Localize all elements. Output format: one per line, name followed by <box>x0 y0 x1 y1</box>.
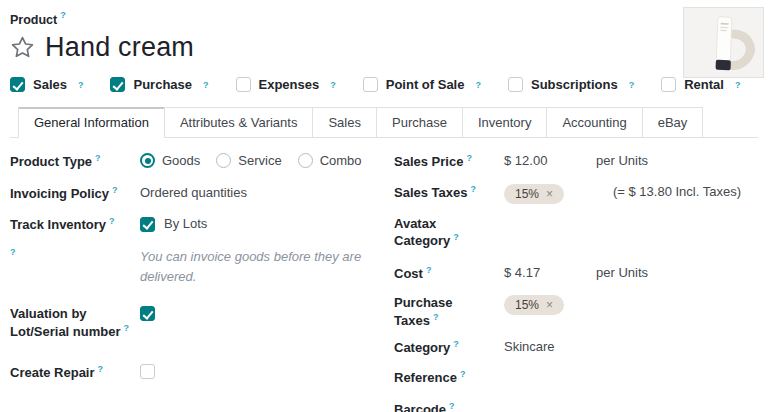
purchase-taxes-tags: 15% × <box>504 295 596 315</box>
category-input[interactable]: Skincare <box>504 339 596 356</box>
field-label: Sales Price? <box>394 153 504 171</box>
radio-service-label: Service <box>238 153 281 168</box>
help-icon: ? <box>109 216 115 226</box>
tab-inventory[interactable]: Inventory <box>462 107 547 138</box>
sales-tax-tag[interactable]: 15% × <box>504 184 564 204</box>
sales-taxes-tags: 15% × <box>504 184 596 204</box>
tab-purchase[interactable]: Purchase <box>376 107 463 138</box>
radio-service-circle[interactable] <box>216 153 231 168</box>
invoicing-hint-text: You can invoice goods before they are de… <box>140 247 372 287</box>
help-icon: ? <box>466 153 472 163</box>
help-icon: ? <box>449 401 455 411</box>
help-icon: ? <box>10 247 16 257</box>
field-label: Category? <box>394 339 504 357</box>
field-label: Valuation by Lot/Serial number? <box>10 306 140 341</box>
product-name-field[interactable]: Hand cream <box>45 32 194 63</box>
checkbox-create-repair[interactable] <box>140 364 155 379</box>
toggle-sales[interactable]: Sales? <box>10 77 83 92</box>
checkbox-valuation[interactable] <box>140 306 155 321</box>
remove-tax-icon[interactable]: × <box>546 187 553 201</box>
tab-ebay[interactable]: eBay <box>642 107 704 138</box>
field-cost: Cost? $ 4.17 per Units <box>394 265 758 283</box>
record-type-label: Product? <box>10 10 758 28</box>
toggle-point-of-sale-label: Point of Sale <box>386 77 465 92</box>
help-icon: ? <box>203 80 209 90</box>
product-form-page: Product? Hand cream Sales? Purchase? Exp… <box>0 0 768 412</box>
radio-goods-label: Goods <box>162 153 200 168</box>
toggle-rental[interactable]: Rental? <box>661 77 740 92</box>
help-icon: ? <box>460 369 466 379</box>
track-inventory-control: By Lots <box>140 216 394 233</box>
radio-combo-circle[interactable] <box>298 153 313 168</box>
favorite-star-icon[interactable] <box>10 35 35 60</box>
checkbox-expenses[interactable] <box>236 77 251 92</box>
checkbox-sales[interactable] <box>10 77 25 92</box>
field-invoicing-hint: ? You can invoice goods before they are … <box>10 247 394 287</box>
help-icon: ? <box>453 232 459 242</box>
toggle-point-of-sale[interactable]: Point of Sale? <box>363 77 481 92</box>
sales-tax-tag-label: 15% <box>515 187 539 201</box>
help-icon: ? <box>60 10 66 20</box>
help-icon: ? <box>426 265 432 275</box>
radio-goods-circle[interactable] <box>140 153 155 168</box>
tab-accounting[interactable]: Accounting <box>546 107 642 138</box>
field-sales-taxes: Sales Taxes? 15% × (= $ 13.80 Incl. Taxe… <box>394 184 758 204</box>
track-inventory-mode-select[interactable]: By Lots <box>164 216 207 233</box>
toggle-subscriptions[interactable]: Subscriptions? <box>508 77 634 92</box>
invoicing-policy-select[interactable]: Ordered quantities <box>140 185 394 202</box>
field-product-type: Product Type? Goods Service Combo <box>10 153 394 171</box>
field-sales-price: Sales Price? $ 12.00 per Units <box>394 153 758 171</box>
toggle-sales-label: Sales <box>33 77 67 92</box>
purchase-tax-tag[interactable]: 15% × <box>504 295 564 315</box>
radio-service[interactable]: Service <box>216 153 281 168</box>
help-icon: ? <box>735 80 741 90</box>
cost-input[interactable]: $ 4.17 <box>504 265 596 282</box>
incl-taxes-note: (= $ 13.80 Incl. Taxes) <box>596 184 758 199</box>
product-image[interactable] <box>683 7 764 78</box>
help-icon: ? <box>475 80 481 90</box>
toggle-expenses[interactable]: Expenses? <box>236 77 336 92</box>
checkbox-subscriptions[interactable] <box>508 77 523 92</box>
field-label: Track Inventory? <box>10 216 140 234</box>
checkbox-rental[interactable] <box>661 77 676 92</box>
field-label: Sales Taxes? <box>394 184 504 202</box>
radio-combo[interactable]: Combo <box>298 153 362 168</box>
field-invoicing-policy: Invoicing Policy? Ordered quantities <box>10 185 394 203</box>
field-create-repair: Create Repair? <box>10 364 394 382</box>
help-icon: ? <box>470 184 476 194</box>
help-icon: ? <box>98 364 104 374</box>
checkbox-point-of-sale[interactable] <box>363 77 378 92</box>
toggle-rental-label: Rental <box>684 77 724 92</box>
help-icon: ? <box>124 323 130 333</box>
tab-general-information[interactable]: General Information <box>18 107 165 138</box>
help-icon: ? <box>433 312 439 322</box>
field-label: Avatax Category? <box>394 216 504 251</box>
field-label: Create Repair? <box>10 364 140 382</box>
field-avatax-category: Avatax Category? <box>394 216 758 251</box>
field-label: Product Type? <box>10 153 140 171</box>
sales-price-uom: per Units <box>596 153 758 168</box>
checkbox-purchase[interactable] <box>110 77 125 92</box>
field-label: Barcode? <box>394 401 504 412</box>
radio-combo-label: Combo <box>320 153 362 168</box>
title-row: Hand cream <box>10 31 758 63</box>
field-label: Invoicing Policy? <box>10 185 140 203</box>
field-track-inventory: Track Inventory? By Lots <box>10 216 394 234</box>
tab-sales[interactable]: Sales <box>312 107 377 138</box>
checkbox-track-inventory[interactable] <box>140 217 155 232</box>
field-purchase-taxes: Purchase Taxes? 15% × <box>394 295 758 330</box>
product-type-radio-group: Goods Service Combo <box>140 153 394 168</box>
help-icon: ? <box>453 339 459 349</box>
notebook-tabs: General Information Attributes & Variant… <box>10 107 758 138</box>
valuation-control <box>140 306 394 321</box>
help-icon: ? <box>78 80 84 90</box>
radio-goods[interactable]: Goods <box>140 153 200 168</box>
field-label: Purchase Taxes? <box>394 295 504 330</box>
general-information-panel: Product Type? Goods Service Combo <box>10 153 758 412</box>
sales-price-input[interactable]: $ 12.00 <box>504 153 596 170</box>
tab-attributes-variants[interactable]: Attributes & Variants <box>164 107 314 138</box>
remove-tax-icon[interactable]: × <box>546 298 553 312</box>
create-repair-control <box>140 364 394 379</box>
help-icon: ? <box>112 185 118 195</box>
toggle-purchase[interactable]: Purchase? <box>110 77 208 92</box>
